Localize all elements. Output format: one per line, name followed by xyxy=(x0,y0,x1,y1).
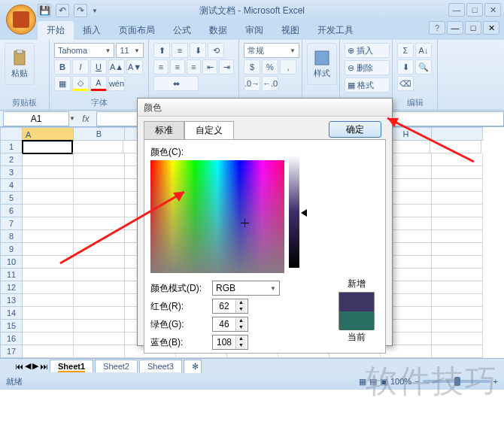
row-header[interactable]: 17 xyxy=(0,345,23,358)
cell[interactable] xyxy=(23,243,74,256)
view-layout-icon[interactable]: ▤ xyxy=(369,377,377,387)
tab-standard[interactable]: 标准 xyxy=(144,121,184,140)
row-header[interactable]: 8 xyxy=(0,230,23,243)
border-button[interactable]: ▦ xyxy=(54,76,71,91)
cell[interactable] xyxy=(74,294,125,307)
paste-button[interactable]: 粘贴 xyxy=(5,43,35,85)
tab-view[interactable]: 视图 xyxy=(272,21,308,40)
row-header[interactable]: 4 xyxy=(0,179,23,192)
align-bot-button[interactable]: ⬇ xyxy=(190,43,206,58)
row-header[interactable]: 11 xyxy=(0,269,23,281)
indent-inc-button[interactable]: ⇥ xyxy=(219,59,234,74)
tab-dev[interactable]: 开发工具 xyxy=(308,21,363,40)
sheet-tab-3[interactable]: Sheet3 xyxy=(139,360,182,372)
cell[interactable] xyxy=(430,141,481,153)
percent-button[interactable]: % xyxy=(262,59,278,74)
zoom-out-button[interactable]: − xyxy=(414,377,419,386)
row-header[interactable]: 12 xyxy=(0,281,23,294)
cell[interactable] xyxy=(23,179,74,192)
cell[interactable] xyxy=(23,307,74,320)
sheet-nav-prev-icon[interactable]: ◀ xyxy=(25,361,31,371)
bold-button[interactable]: B xyxy=(54,59,71,74)
font-name-select[interactable]: Tahoma▼ xyxy=(54,43,114,58)
row-header[interactable]: 16 xyxy=(0,332,23,345)
cell[interactable] xyxy=(23,269,74,281)
cell[interactable] xyxy=(432,153,483,166)
cell[interactable] xyxy=(432,320,483,332)
cell[interactable] xyxy=(23,205,74,217)
cell[interactable] xyxy=(23,294,74,307)
currency-button[interactable]: $ xyxy=(244,59,260,74)
maximize-button[interactable]: □ xyxy=(466,3,483,17)
cell[interactable] xyxy=(432,243,483,256)
cell[interactable] xyxy=(23,192,74,205)
luminance-bar[interactable] xyxy=(289,155,299,268)
fill-color-button[interactable]: ◇ xyxy=(72,76,89,91)
ribbon-min-button[interactable]: — xyxy=(447,21,463,35)
cell[interactable] xyxy=(432,205,483,217)
cell[interactable] xyxy=(432,332,483,345)
spin-up-icon[interactable]: ▲ xyxy=(236,335,246,342)
merge-button[interactable]: ⬌ xyxy=(153,76,199,91)
sheet-tab-1[interactable]: Sheet1 xyxy=(50,360,93,372)
blue-input[interactable] xyxy=(213,335,235,349)
cell[interactable] xyxy=(74,179,125,192)
cell[interactable] xyxy=(74,243,125,256)
cell[interactable] xyxy=(23,256,74,269)
row-header[interactable]: 14 xyxy=(0,307,23,320)
blue-spinner[interactable]: ▲▼ xyxy=(212,335,248,350)
tab-review[interactable]: 审阅 xyxy=(236,21,272,40)
spin-up-icon[interactable]: ▲ xyxy=(236,317,246,324)
luminance-arrow-icon[interactable] xyxy=(301,209,307,217)
col-header[interactable] xyxy=(432,127,483,141)
spin-down-icon[interactable]: ▼ xyxy=(236,324,246,331)
red-spinner[interactable]: ▲▼ xyxy=(212,299,248,314)
cell[interactable] xyxy=(432,307,483,320)
cell[interactable] xyxy=(74,345,125,358)
cells-delete-button[interactable]: ⊖ 删除 xyxy=(345,60,390,75)
italic-button[interactable]: I xyxy=(72,59,89,74)
ok-button[interactable]: 确定 xyxy=(329,121,381,138)
row-header[interactable]: 13 xyxy=(0,294,23,307)
cell[interactable] xyxy=(432,217,483,230)
cell[interactable] xyxy=(23,166,74,179)
row-header[interactable]: 6 xyxy=(0,205,23,217)
cell[interactable] xyxy=(432,269,483,281)
cell[interactable] xyxy=(23,217,74,230)
phonetic-button[interactable]: wén xyxy=(108,76,125,91)
tab-data[interactable]: 数据 xyxy=(200,21,236,40)
sort-button[interactable]: A↓ xyxy=(415,43,432,58)
cells-insert-button[interactable]: ⊕ 插入 xyxy=(345,43,390,58)
minimize-button[interactable]: — xyxy=(448,3,465,17)
align-top-button[interactable]: ⬆ xyxy=(153,43,170,58)
tab-formula[interactable]: 公式 xyxy=(164,21,200,40)
undo-button[interactable]: ↶ xyxy=(56,4,69,17)
col-header-B[interactable]: B xyxy=(74,127,125,141)
cell[interactable] xyxy=(23,281,74,294)
cell[interactable] xyxy=(23,345,74,358)
align-right-button[interactable]: ≡ xyxy=(187,59,202,74)
cell[interactable] xyxy=(23,230,74,243)
cell[interactable] xyxy=(432,166,483,179)
sheet-tab-2[interactable]: Sheet2 xyxy=(95,360,138,372)
doc-close-button[interactable]: ✕ xyxy=(483,21,499,35)
align-left-button[interactable]: ≡ xyxy=(153,59,169,74)
zoom-slider[interactable] xyxy=(423,380,490,383)
styles-button[interactable]: 样式 xyxy=(307,43,337,85)
cell[interactable] xyxy=(74,320,125,332)
cell[interactable] xyxy=(23,153,74,166)
cells-format-button[interactable]: ▦ 格式 xyxy=(345,77,390,93)
comma-button[interactable]: , xyxy=(280,59,296,74)
inc-decimal-button[interactable]: .0→ xyxy=(244,76,260,91)
cell[interactable] xyxy=(432,294,483,307)
tab-home[interactable]: 开始 xyxy=(38,21,74,40)
row-header[interactable]: 5 xyxy=(0,192,23,205)
cell[interactable] xyxy=(74,332,125,345)
cell[interactable] xyxy=(74,269,125,281)
align-center-button[interactable]: ≡ xyxy=(170,59,185,74)
name-box[interactable]: A1 xyxy=(3,111,69,126)
clear-button[interactable]: ⌫ xyxy=(397,76,414,91)
cell[interactable] xyxy=(432,179,483,192)
row-header[interactable]: 1 xyxy=(0,141,23,153)
office-button[interactable] xyxy=(6,5,36,35)
